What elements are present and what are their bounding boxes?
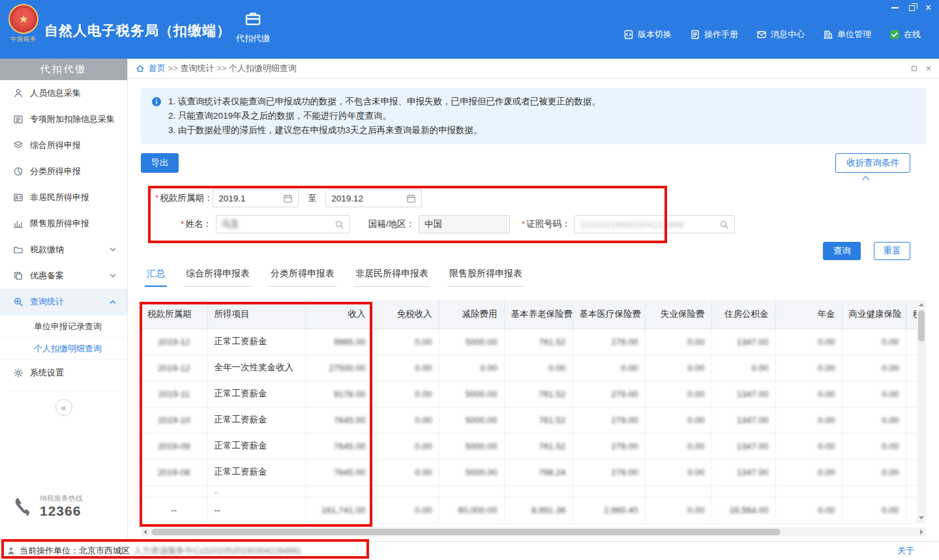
search-icon[interactable] [335,220,344,229]
breadcrumb-item[interactable]: 个人扣缴明细查询 [229,63,297,73]
sidebar-item-restricted-stock[interactable]: 限售股所得申报 [0,211,127,237]
sidebar-subitem-unit-report-query[interactable]: 单位申报记录查询 [0,315,127,337]
notice-line: 3. 由于数据处理的滞后性，建议您在申报成功3天之后再来查询最新的申报数据。 [168,123,601,138]
breadcrumb-item[interactable]: 首页 [149,63,166,73]
search-icon[interactable] [719,220,729,229]
export-button[interactable]: 导出 [141,153,179,173]
sidebar-item-system-settings[interactable]: 系统设置 [0,359,127,385]
column-header: 年金 [775,300,842,329]
cell-period [141,485,207,497]
cell-value: 0.00 [842,329,906,355]
panel-window-controls: × [912,65,931,72]
id-number-label: *证照号码： [522,218,571,230]
sidebar-item-preferential-filing[interactable]: 优惠备案 [0,263,127,289]
sidebar-item-special-deduction[interactable]: 专项附加扣除信息采集 [0,106,127,132]
sidebar-item-label: 非居民所得申报 [30,192,89,203]
name-label: *姓名： [181,218,212,230]
vertical-scroll-thumb[interactable] [918,310,925,342]
toplink-unit-management[interactable]: 单位管理 [823,29,871,40]
name-input[interactable]: 马某 [216,215,350,233]
toplink-label: 版本切换 [638,29,672,40]
tab-summary[interactable]: 汇总 [145,268,167,287]
table-row-data: 2019-12正常工资薪金9985.000.005000.00761.52279… [141,329,917,355]
name-value: 马某 [222,218,239,230]
cell-value: 7645.00 [305,407,372,433]
toplink-version-switch[interactable]: 版本切换 [623,29,672,40]
module-tab-withholding[interactable]: 代扣代缴 [230,10,276,44]
sidebar-item-query-statistics[interactable]: 查询统计 [0,289,127,315]
calendar-icon[interactable] [406,194,416,203]
cell-value: 0.00 [439,355,504,381]
collapse-query-button[interactable]: 收折查询条件 [835,153,910,173]
cell-value: 0.00 [645,433,711,459]
close-icon[interactable]: × [925,3,931,12]
cell-value: 0.00 [775,407,842,433]
cell-value: 0.00 [645,459,711,485]
panel-restore-icon[interactable] [912,66,917,71]
period-from-input[interactable]: 2019.1 [213,189,299,207]
period-to-input[interactable]: 2019.12 [325,189,422,207]
cell-value: 279.00 [573,459,645,485]
sidebar-item-label: 综合所得申报 [30,140,81,151]
sidebar-item-tax-payment[interactable]: 税款缴纳 [0,237,127,263]
breadcrumb-item[interactable]: 查询统计 [180,63,214,73]
cell-value: 9985.00 [305,329,372,355]
cell-value: 761.52 [504,329,573,355]
toplink-message-center[interactable]: 消息中心 [756,29,805,40]
sidebar-item-comprehensive-income[interactable]: 综合所得申报 [0,132,127,158]
restore-icon[interactable] [909,3,915,12]
tab-classified[interactable]: 分类所得申报表 [269,268,336,287]
cell-value: 0.00 [842,381,906,407]
calendar-icon[interactable] [283,194,293,203]
tab-comprehensive[interactable]: 综合所得申报表 [184,268,252,287]
scroll-left-icon[interactable] [143,529,147,535]
person-icon [13,88,23,98]
scroll-up-icon[interactable] [919,303,924,306]
toplink-online[interactable]: 在线 [889,29,921,40]
cell-value [906,497,917,523]
cell-item: 全年一次性奖金收入 [207,355,305,381]
required-mark: * [181,219,184,229]
about-link[interactable]: 关于 [897,545,914,557]
cell-value: 5000.00 [439,407,504,433]
cell-value: 0.00 [372,433,439,459]
sidebar-collapse-button[interactable]: « [55,399,72,416]
horizontal-scroll-thumb[interactable] [151,529,781,535]
vertical-scrollbar[interactable] [917,300,926,523]
cell-value: 1347.00 [711,433,775,459]
period-to-value: 2019.12 [331,194,363,203]
reset-button[interactable]: 重置 [874,242,910,260]
sidebar-item-classified-income[interactable]: 分类所得申报 [0,158,127,184]
horizontal-scrollbar[interactable] [141,527,926,537]
cell-value: 9178.00 [305,381,372,407]
id-number-input[interactable]: 11010219930304222848 [574,215,735,233]
home-icon[interactable] [136,64,145,73]
table-row-total: ----161,741.000.0060,000.008,991.362,960… [141,497,917,523]
cell-value: 0.00 [372,355,439,381]
sidebar-subitem-personal-detail-query[interactable]: 个人扣缴明细查询 [0,337,127,359]
logo-text: 中国税务 [5,35,42,44]
caret-up-icon [861,175,870,184]
scroll-right-icon[interactable] [920,529,923,535]
breadcrumb-bar: 首页 >> 查询统计 >> 个人扣缴明细查询 × [128,59,939,79]
sidebar-item-nonresident-income[interactable]: 非居民所得申报 [0,184,127,211]
period-label: *税款所属期： [155,192,213,204]
query-button[interactable]: 查询 [823,242,861,260]
scroll-down-icon[interactable] [919,516,924,520]
minimize-icon[interactable] [891,3,899,12]
nationality-input[interactable]: 中国 [419,215,510,233]
period-from-value: 2019.1 [218,194,245,203]
column-header: 免税收入 [372,300,439,329]
cell-value: 1347.00 [711,381,775,407]
cell-value: 16,564.00 [711,497,775,523]
panel-close-icon[interactable]: × [926,65,931,72]
notice-lines: 1. 该查询统计表仅能查询已申报成功的数据，不包含未申报、申报失败，已申报但已作… [168,95,601,138]
cell-item: 正常工资薪金 [207,459,305,485]
toplink-manual[interactable]: 操作手册 [690,29,738,40]
tab-restricted[interactable]: 限售股所得申报表 [447,268,524,287]
sidebar-item-personnel-info[interactable]: 人员信息采集 [0,80,127,106]
status-bar: 当前操作单位：北京市西城区 人力资源服务中心(11010520190304228… [0,541,939,560]
cell-value: 0.00 [775,381,842,407]
tab-nonresident[interactable]: 非居民所得申报表 [353,268,430,287]
tax-bureau-logo: ★ 中国税务 [5,4,42,44]
